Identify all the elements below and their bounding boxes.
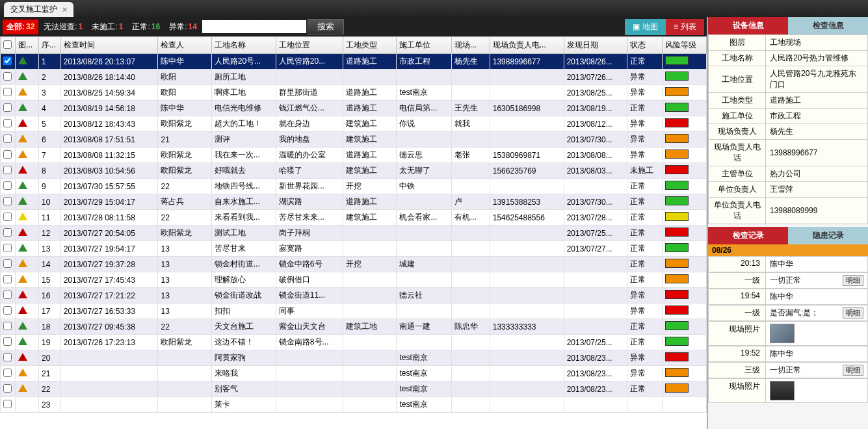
table-row[interactable]: 72013/08/08 11:32:15欧阳紫龙我在来一次...温暖的办公室道路… xyxy=(1,148,707,163)
table-row[interactable]: 162013/07/27 17:21:2213锁金街道改战锁金街道11...德云… xyxy=(1,288,707,304)
row-checkbox[interactable] xyxy=(3,72,12,81)
cell-manager xyxy=(451,382,490,397)
table-row[interactable]: 92013/07/30 15:57:5522地铁四号线...新世界花园...开挖… xyxy=(1,179,707,194)
table-row[interactable]: 82013/08/03 10:54:56欧阳紫龙好哦就去哈喽了建筑施工太无聊了1… xyxy=(1,163,707,179)
table-row[interactable]: 23莱卡test南京 xyxy=(1,397,707,413)
row-checkbox[interactable] xyxy=(3,197,12,205)
table-row[interactable]: 42013/08/19 14:56:18陈中华电信光电维修钱江燃气公...道路施… xyxy=(1,101,707,116)
row-checkbox[interactable] xyxy=(3,322,12,330)
table-row[interactable]: 22013/08/26 18:14:40欧阳厕所工地2013/07/26...异… xyxy=(1,70,707,85)
table-row[interactable]: 21来咯我test南京2013/08/23...异常 xyxy=(1,366,707,382)
table-row[interactable]: 142013/07/27 19:37:2813锁金村街道...锁金中路6号开挖城… xyxy=(1,257,707,272)
row-checkbox[interactable] xyxy=(3,181,12,190)
rec-time: 19:52 xyxy=(709,346,766,361)
filter-normal[interactable]: 正常:16 xyxy=(128,20,164,34)
table-row[interactable]: 22别客气test南京2013/08/23...正常 xyxy=(1,382,707,397)
row-checkbox[interactable] xyxy=(3,384,12,393)
photo-thumbnail[interactable] xyxy=(770,381,795,400)
search-button[interactable]: 搜索 xyxy=(308,19,344,34)
col-icon[interactable]: 图... xyxy=(16,37,39,54)
col-type[interactable]: 工地类型 xyxy=(343,37,397,54)
cell-location: 锁金南路8号... xyxy=(276,335,343,350)
cell-tel xyxy=(490,85,564,101)
row-checkbox[interactable] xyxy=(3,213,12,221)
table-row[interactable]: 12013/08/26 20:13:07陈中华人民路20号...人民管路20..… xyxy=(1,54,707,70)
row-checkbox[interactable] xyxy=(3,353,12,361)
cell-site: 阿黄家驹 xyxy=(211,350,276,366)
view-list-button[interactable]: ≡ 列表 xyxy=(666,19,704,35)
tab-check-info[interactable]: 检查信息 xyxy=(788,17,868,34)
table-row[interactable]: 122013/07/27 20:54:05欧阳紫龙测试工地岗子拜桐2013/07… xyxy=(1,226,707,241)
detail-button[interactable]: 明细 xyxy=(843,307,863,318)
row-checkbox[interactable] xyxy=(3,291,12,299)
view-map-button[interactable]: ▣ 地图 xyxy=(625,19,666,35)
cell-inspector: 欧阳紫龙 xyxy=(158,335,211,350)
cell-site: 自来水施工... xyxy=(211,194,276,210)
cell-location xyxy=(276,350,343,366)
table-row[interactable]: 32013/08/25 14:59:34欧阳啊疼工地群里那街道道路施工test南… xyxy=(1,85,707,101)
close-icon[interactable]: × xyxy=(62,5,67,14)
cell-location: 人民管路20... xyxy=(276,54,343,70)
detail-button[interactable]: 明细 xyxy=(843,365,863,376)
table-row[interactable]: 192013/07/26 17:23:13欧阳紫龙这边不错！锁金南路8号...2… xyxy=(1,335,707,350)
row-checkbox[interactable] xyxy=(3,150,12,159)
col-time[interactable]: 检查时间 xyxy=(60,37,158,54)
table-row[interactable]: 132013/07/27 19:54:1713苦尽甘来寂寞路2013/07/27… xyxy=(1,241,707,257)
row-triangle-icon xyxy=(16,148,39,163)
table-row[interactable]: 102013/07/29 15:04:17蒋占兵自来水施工...湖滨路道路施工卢… xyxy=(1,194,707,210)
col-unit[interactable]: 施工单位 xyxy=(397,37,451,54)
table-row[interactable]: 182013/07/27 09:45:3822天文台施工紫金山天文台建筑工地南通… xyxy=(1,319,707,335)
kv-value: 热力公司 xyxy=(766,166,868,182)
table-row[interactable]: 52013/08/12 18:43:43欧阳紫龙超大的工地！就在身边建筑施工你说… xyxy=(1,116,707,132)
row-checkbox[interactable] xyxy=(3,244,12,252)
row-checkbox[interactable] xyxy=(3,228,12,237)
row-checkbox[interactable] xyxy=(3,259,12,268)
cell-location: 群里那街道 xyxy=(276,85,343,101)
col-seq[interactable]: 序... xyxy=(39,37,61,54)
row-checkbox[interactable] xyxy=(3,57,12,65)
col-risk[interactable]: 风险等级 xyxy=(663,37,707,54)
col-manager[interactable]: 现场... xyxy=(451,37,490,54)
tab-main[interactable]: 交叉施工监护 × xyxy=(4,2,73,17)
tab-device-info[interactable]: 设备信息 xyxy=(708,17,788,34)
tab-danger-record[interactable]: 隐患记录 xyxy=(788,227,868,244)
col-inspector[interactable]: 检查人 xyxy=(158,37,211,54)
row-checkbox[interactable] xyxy=(3,369,12,377)
table-row[interactable]: 152013/07/27 17:45:4313理解放心破例借口正常 xyxy=(1,272,707,288)
row-checkbox[interactable] xyxy=(3,135,12,143)
photo-thumbnail[interactable] xyxy=(770,324,795,343)
table-row[interactable]: 20阿黄家驹test南京2013/08/23...异常 xyxy=(1,350,707,366)
table-row[interactable]: 112013/07/28 08:11:5822来看看到我...苦尽甘来来...建… xyxy=(1,210,707,226)
tab-check-record[interactable]: 检查记录 xyxy=(708,227,788,244)
filter-nowork[interactable]: 未施工:1 xyxy=(88,20,127,34)
row-checkbox[interactable] xyxy=(3,166,12,174)
col-location[interactable]: 工地位置 xyxy=(276,37,343,54)
cell-unit xyxy=(397,194,451,210)
col-site[interactable]: 工地名称 xyxy=(211,37,276,54)
cell-seq: 10 xyxy=(39,194,61,210)
row-checkbox[interactable] xyxy=(3,119,12,127)
filter-abnormal[interactable]: 异常:14 xyxy=(165,20,201,34)
col-checkbox[interactable] xyxy=(1,37,16,54)
cell-unit: 中铁 xyxy=(397,179,451,194)
detail-button[interactable]: 明细 xyxy=(843,275,863,286)
row-checkbox[interactable] xyxy=(3,337,12,346)
row-checkbox[interactable] xyxy=(3,275,12,283)
col-tel[interactable]: 现场负责人电... xyxy=(490,37,564,54)
cell-status: 异常 xyxy=(627,350,663,366)
table-row[interactable]: 172013/07/27 16:53:3313扣扣同事异常 xyxy=(1,304,707,319)
rec-time: 20:13 xyxy=(709,257,766,272)
col-status[interactable]: 状态 xyxy=(627,37,663,54)
col-found[interactable]: 发现日期 xyxy=(564,37,627,54)
cell-type xyxy=(343,241,397,257)
row-checkbox[interactable] xyxy=(3,400,12,408)
row-checkbox[interactable] xyxy=(3,103,12,112)
search-input[interactable] xyxy=(202,20,306,33)
filter-all[interactable]: 全部:32 xyxy=(3,20,38,34)
cell-inspector: 蒋占兵 xyxy=(158,194,211,210)
cell-time: 2013/07/27 20:54:05 xyxy=(60,226,158,241)
row-checkbox[interactable] xyxy=(3,88,12,96)
table-row[interactable]: 62013/08/08 17:51:5121测评我的地盘建筑施工2013/07/… xyxy=(1,132,707,148)
row-checkbox[interactable] xyxy=(3,306,12,315)
filter-nopatrol[interactable]: 无法巡查:1 xyxy=(40,20,86,34)
